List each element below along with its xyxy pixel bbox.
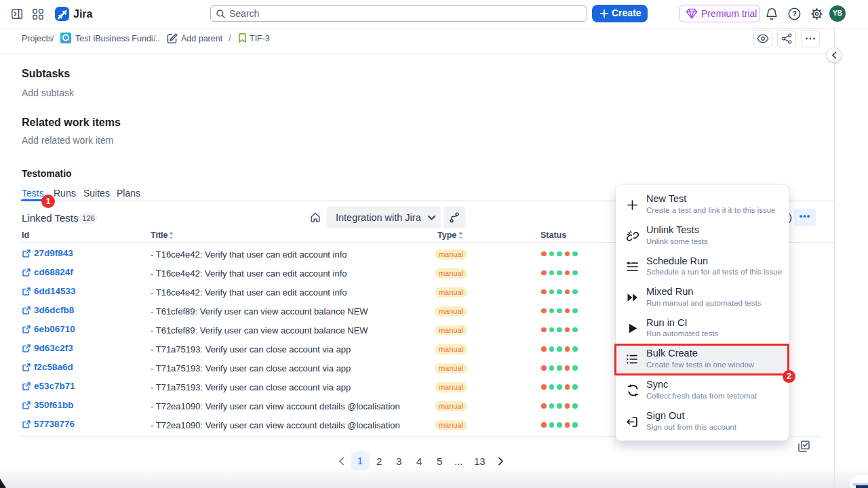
- svg-text:?: ?: [792, 9, 797, 18]
